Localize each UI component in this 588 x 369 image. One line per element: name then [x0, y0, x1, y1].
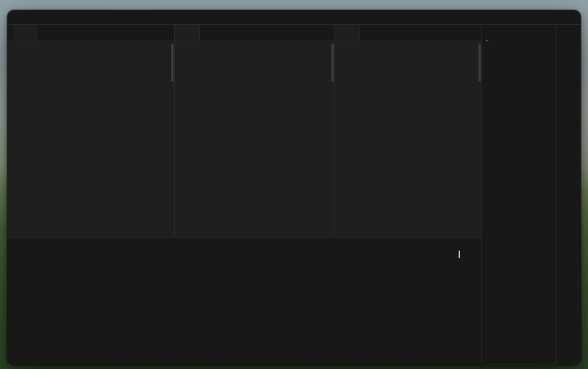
code-editor-window: ›	[7, 10, 581, 365]
line-numbers	[335, 41, 350, 237]
editor-pane-settings	[7, 25, 174, 237]
bottom-panel	[7, 237, 481, 365]
activity-bar	[556, 25, 581, 365]
code-lines[interactable]	[22, 41, 174, 237]
code-editor[interactable]	[7, 41, 174, 237]
editor-pane-urls	[174, 25, 334, 237]
tab-models-py[interactable]	[335, 25, 360, 40]
sidebar-sections	[482, 364, 556, 365]
tab-bar	[175, 25, 334, 41]
tab-bar	[7, 25, 174, 41]
explorer-header	[482, 25, 556, 37]
scrollbar-thumb[interactable]	[478, 43, 481, 82]
code-lines[interactable]	[190, 41, 334, 237]
minimize-window-button[interactable]	[24, 15, 29, 20]
scrollbar-thumb[interactable]	[331, 43, 334, 82]
titlebar[interactable]	[7, 10, 581, 25]
editor-pane-models	[334, 25, 481, 237]
panel-header	[7, 237, 481, 248]
code-editor[interactable]	[175, 41, 334, 237]
zoom-window-button[interactable]	[33, 15, 38, 20]
line-numbers	[7, 41, 22, 237]
tab-urls-py[interactable]	[175, 25, 200, 40]
code-lines[interactable]	[350, 41, 481, 237]
line-numbers	[175, 41, 190, 237]
editor-and-panel-column	[7, 25, 481, 365]
toggle-sidebar-icon[interactable]	[7, 25, 13, 40]
window-controls	[14, 15, 38, 20]
file-tree	[482, 46, 556, 364]
terminal-session-item[interactable]	[459, 251, 473, 258]
chevron-down-icon: ›	[484, 40, 490, 45]
close-window-button[interactable]	[14, 15, 19, 20]
code-editor[interactable]	[335, 41, 481, 237]
editor-area	[7, 25, 481, 237]
tab-settings-py[interactable]	[13, 25, 37, 40]
main-area: ›	[7, 25, 581, 365]
tab-bar	[335, 25, 481, 41]
explorer-sidebar: ›	[481, 25, 556, 365]
scrollbar-thumb[interactable]	[171, 43, 173, 82]
project-root-item[interactable]: ›	[482, 37, 556, 46]
terminal[interactable]	[7, 248, 481, 365]
